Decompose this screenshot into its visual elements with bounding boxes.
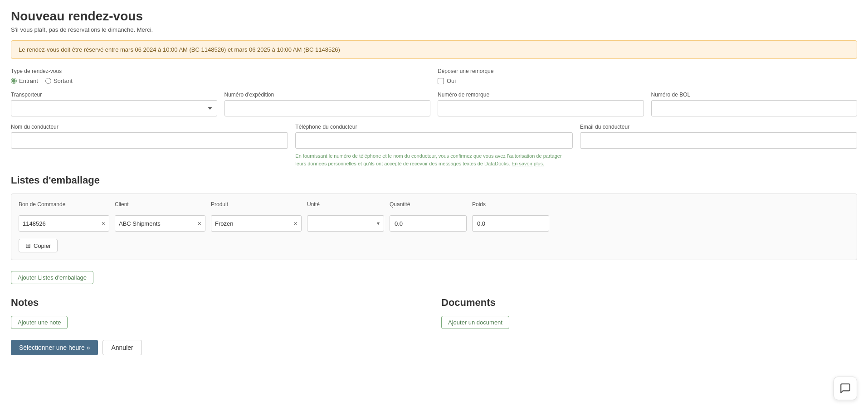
documents-section: Documents Ajouter un document — [441, 293, 857, 329]
unit-cell — [307, 215, 384, 232]
footer-buttons: Sélectionner une heure » Annuler — [11, 340, 857, 355]
copy-icon: ⊞ — [25, 242, 31, 249]
add-note-button[interactable]: Ajouter une note — [11, 316, 68, 329]
consent-link[interactable]: En savoir plus. — [512, 161, 544, 166]
radio-entrant-label[interactable]: Entrant — [11, 77, 38, 84]
product-cell: Frozen × — [211, 215, 302, 232]
bol-number-group: Numéro de BOL — [651, 92, 858, 116]
packing-list-headers: Bon de Commande Client Produit Unité Qua… — [19, 201, 849, 210]
add-packing-list-button[interactable]: Ajouter Listes d'emballage — [11, 271, 93, 284]
driver-name-input[interactable] — [11, 132, 288, 149]
client-tag-input[interactable]: ABC Shipments × — [115, 215, 205, 232]
cancel-button[interactable]: Annuler — [102, 340, 141, 355]
radio-sortant[interactable] — [45, 78, 51, 84]
notes-title: Notes — [11, 297, 427, 309]
drop-trailer-checkbox-group: Oui — [438, 77, 857, 84]
weight-input[interactable] — [472, 215, 549, 232]
po-tag-value: 1148526 — [23, 220, 99, 227]
col-po-label: Bon de Commande — [19, 201, 109, 208]
carrier-label: Transporteur — [11, 92, 217, 98]
product-tag-value: Frozen — [215, 220, 291, 227]
client-tag-close-icon[interactable]: × — [198, 220, 201, 227]
packing-list-container: Bon de Commande Client Produit Unité Qua… — [11, 193, 857, 260]
product-tag-close-icon[interactable]: × — [294, 220, 297, 227]
quantity-input[interactable] — [390, 215, 467, 232]
unit-select[interactable] — [307, 215, 384, 232]
driver-phone-label: Téléphone du conducteur — [295, 124, 572, 130]
product-tag-input[interactable]: Frozen × — [211, 215, 302, 232]
driver-name-label: Nom du conducteur — [11, 124, 288, 130]
drop-trailer-label: Déposer une remorque — [438, 68, 857, 74]
appointment-type-group: Type de rendez-vous Entrant Sortant — [11, 68, 430, 84]
carrier-group: Transporteur — [11, 92, 217, 116]
po-tag-input[interactable]: 1148526 × — [19, 215, 109, 232]
appointment-type-label: Type de rendez-vous — [11, 68, 430, 74]
col-weight-label: Poids — [472, 201, 549, 208]
col-unit-label: Unité — [307, 201, 384, 208]
drop-trailer-checkbox[interactable] — [438, 78, 444, 84]
drop-trailer-checkbox-label[interactable]: Oui — [447, 77, 456, 84]
shipment-number-group: Numéro d'expédition — [224, 92, 431, 116]
po-cell: 1148526 × — [19, 215, 109, 232]
driver-name-group: Nom du conducteur — [11, 124, 288, 167]
drop-trailer-group: Déposer une remorque Oui — [438, 68, 857, 84]
bol-number-input[interactable] — [651, 100, 858, 116]
shipment-number-input[interactable] — [224, 100, 431, 116]
col-product-label: Produit — [211, 201, 302, 208]
client-tag-value: ABC Shipments — [119, 220, 195, 227]
add-document-button[interactable]: Ajouter un document — [441, 316, 509, 329]
alert-banner: Le rendez-vous doit être réservé entre m… — [11, 40, 857, 59]
trailer-number-label: Numéro de remorque — [438, 92, 644, 98]
shipment-number-label: Numéro d'expédition — [224, 92, 431, 98]
radio-sortant-label[interactable]: Sortant — [45, 77, 73, 84]
trailer-number-input[interactable] — [438, 100, 644, 116]
table-row: 1148526 × ABC Shipments × Frozen × — [19, 215, 849, 232]
trailer-number-group: Numéro de remorque — [438, 92, 644, 116]
consent-text: En fournissant le numéro de téléphone et… — [295, 152, 572, 167]
radio-entrant[interactable] — [11, 78, 17, 84]
carrier-select[interactable] — [11, 100, 217, 116]
driver-email-label: Email du conducteur — [580, 124, 857, 130]
driver-phone-group: Téléphone du conducteur En fournissant l… — [295, 124, 572, 167]
appointment-type-radios: Entrant Sortant — [11, 77, 430, 84]
documents-title: Documents — [441, 297, 857, 309]
weight-cell — [472, 215, 549, 232]
page-title: Nouveau rendez-vous — [11, 9, 857, 24]
po-tag-close-icon[interactable]: × — [102, 220, 105, 227]
select-time-button[interactable]: Sélectionner une heure » — [11, 340, 98, 355]
driver-email-group: Email du conducteur — [580, 124, 857, 167]
page-subtitle: S'il vous plaît, pas de réservations le … — [11, 26, 857, 33]
quantity-cell — [390, 215, 467, 232]
packing-lists-title: Listes d'emballage — [11, 174, 857, 186]
driver-phone-input[interactable] — [295, 132, 572, 149]
driver-email-input[interactable] — [580, 132, 857, 149]
copy-button[interactable]: ⊞ Copier — [19, 239, 58, 252]
bol-number-label: Numéro de BOL — [651, 92, 858, 98]
col-client-label: Client — [115, 201, 205, 208]
col-quantity-label: Quantité — [390, 201, 467, 208]
notes-section: Notes Ajouter une note — [11, 293, 427, 329]
client-cell: ABC Shipments × — [115, 215, 205, 232]
